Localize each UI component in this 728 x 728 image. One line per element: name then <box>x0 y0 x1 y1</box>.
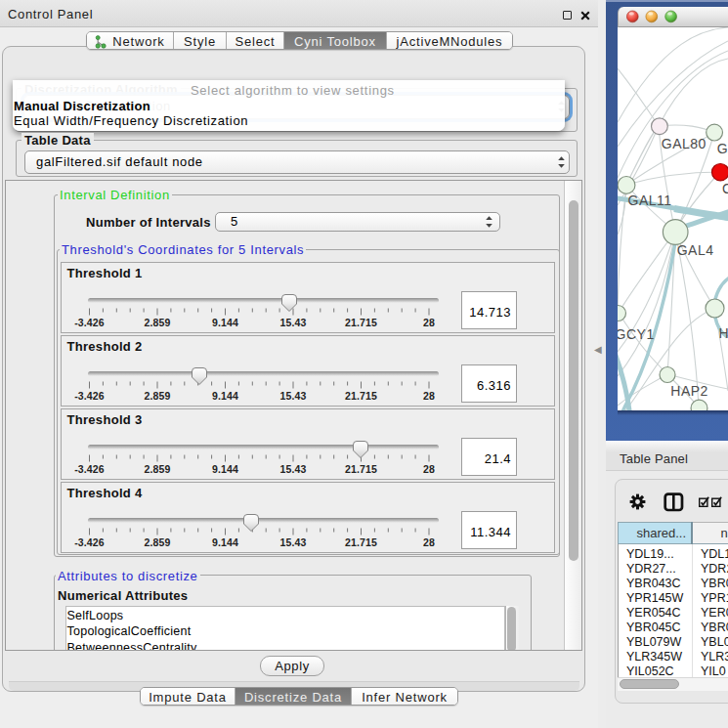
svg-text:GAL11: GAL11 <box>628 193 672 208</box>
svg-text:GAL4: GAL4 <box>677 242 714 258</box>
svg-text:CA: CA <box>722 181 728 196</box>
svg-text:GAL80: GAL80 <box>662 136 707 151</box>
svg-text:GA: GA <box>717 141 728 156</box>
svg-text:HAP2: HAP2 <box>670 383 708 399</box>
svg-text:H: H <box>719 325 728 341</box>
svg-text:GCY1: GCY1 <box>618 326 655 342</box>
